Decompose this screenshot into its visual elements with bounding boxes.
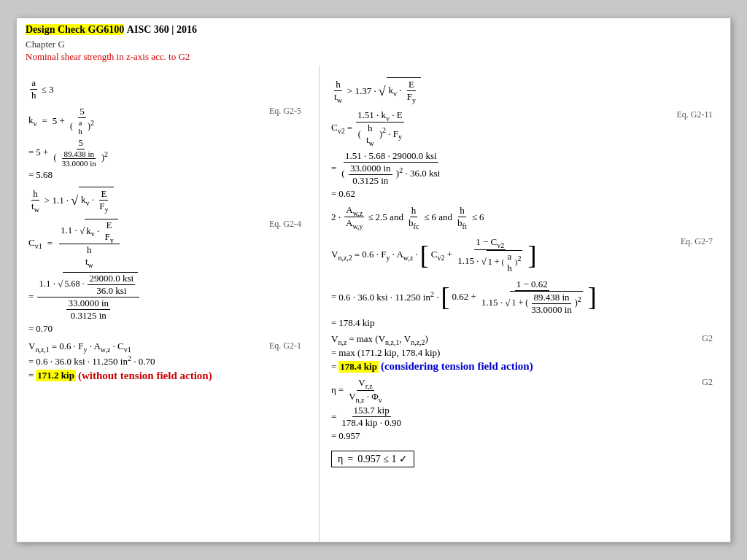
vnz-max-label: (considering tension field action) bbox=[381, 360, 533, 373]
g2-label1: G2 bbox=[702, 333, 713, 344]
vnz1-block: Eq. G2-1 Vn,z,1 = 0.6 · Fy · Aw,z · Cv1 … bbox=[28, 341, 307, 382]
cv2-block: Eq. G2-11 Cv2 = 1.51 · kv · E ( h tw )2 bbox=[331, 109, 719, 200]
g2-label2: G2 bbox=[702, 377, 713, 388]
eq-g2-5-label: Eq. G2-5 bbox=[269, 106, 301, 117]
cv2-formula: Cv2 = 1.51 · kv · E ( h tw )2 · Fy bbox=[331, 109, 719, 147]
vnz2-substituted: = 0.6 · 36.0 ksi · 11.250 in2 · [ 0.62 +… bbox=[331, 279, 719, 316]
cv1-block: Eq. G2-4 Cv1 = 1.1 · √ kv · EFy bbox=[28, 219, 307, 335]
kv-formula: kv = 5 + 5 ( a h )2 bbox=[28, 106, 307, 136]
eta-block: G2 η = Vr,z Vn,z · Φv = 153.7 kip 178.4 … bbox=[331, 377, 719, 442]
cv1-substituted: = 1.1 · √ 5.68 · 29000.0 ksi36.0 ksi 33.… bbox=[28, 272, 307, 322]
right-panel: h tw > 1.37 · √ kv · EFy Eq. G2-11 Cv2 =… bbox=[320, 66, 730, 542]
kv-equation-block: Eq. G2-5 kv = 5 + 5 ( a h )2 bbox=[28, 106, 307, 181]
kv-result: = 5.68 bbox=[28, 169, 307, 181]
vnz-max-substituted: = max (171.2 kip, 178.4 kip) bbox=[331, 347, 719, 359]
eq-g2-11-label: Eq. G2-11 bbox=[676, 109, 713, 120]
vnz1-formula: Vn,z,1 = 0.6 · Fy · Aw,z · Cv1 bbox=[28, 341, 307, 354]
left-panel: a h ≤ 3 Eq. G2-5 kv = 5 + 5 ( bbox=[17, 66, 320, 542]
ah-condition: a h ≤ 3 bbox=[28, 77, 307, 101]
htw-condition-right: h tw > 1.37 · √ kv · EFy bbox=[331, 77, 719, 105]
condition-line: 2 · Aw,z Aw,y ≤ 2.5 and h bfc ≤ 6 and h … bbox=[331, 204, 719, 230]
vnz2-formula: Vn,z,2 = 0.6 · Fy · Aw,z · [ Cv2 + 1 − C… bbox=[331, 236, 719, 274]
aisc-label: AISC 360 | 2016 bbox=[127, 24, 197, 35]
eta-substituted: = 153.7 kip 178.4 kip · 0.90 bbox=[331, 405, 719, 429]
eta-check-box: η = 0.957 ≤ 1 ✓ bbox=[331, 448, 719, 467]
eq-g2-4-label: Eq. G2-4 bbox=[269, 219, 301, 230]
chapter-label: Chapter G bbox=[26, 39, 721, 50]
eq-g2-1-label: Eq. G2-1 bbox=[269, 341, 301, 351]
vnz1-substituted: = 0.6 · 36.0 ksi · 11.250 in2 · 0.70 bbox=[28, 354, 307, 368]
content-area: a h ≤ 3 Eq. G2-5 kv = 5 + 5 ( bbox=[17, 66, 730, 542]
vnz1-no-tension: (without tension field action) bbox=[78, 370, 212, 382]
eq-g2-7-label: Eq. G2-7 bbox=[681, 236, 713, 247]
cv1-formula: Cv1 = 1.1 · √ kv · EFy h tw bbox=[28, 219, 307, 269]
eta-check-value: 0.957 ≤ 1 ✓ bbox=[357, 453, 408, 465]
cv1-result: = 0.70 bbox=[28, 323, 307, 335]
vnz1-result: = 171.2 kip (without tension field actio… bbox=[28, 370, 307, 382]
header: Design Check GG6100 AISC 360 | 2016 Chap… bbox=[17, 18, 730, 66]
cv2-result: = 0.62 bbox=[331, 188, 719, 200]
eta-result: = 0.957 bbox=[331, 430, 719, 442]
vnz1-value: 171.2 kip bbox=[36, 370, 76, 381]
vnz-max-value: 178.4 kip bbox=[338, 361, 379, 373]
eta-check-result: η = 0.957 ≤ 1 ✓ bbox=[331, 451, 414, 467]
eta-check-label: η bbox=[338, 454, 343, 465]
eta-value: 0.957 bbox=[338, 430, 360, 442]
eta-formula: η = Vr,z Vn,z · Φv bbox=[331, 377, 719, 403]
vnz-max-block: G2 Vn,z = max (Vn,z,1, Vn,z,2) = max (17… bbox=[331, 333, 719, 373]
subtitle: Nominal shear strength in z-axis acc. to… bbox=[26, 51, 721, 63]
vnz2-block: Eq. G2-7 Vn,z,2 = 0.6 · Fy · Aw,z · [ Cv… bbox=[331, 236, 719, 329]
kv-substituted: = 5 + 5 ( 89.438 in 33.0000 in )2 bbox=[28, 137, 307, 168]
vnz2-result: = 178.4 kip bbox=[331, 317, 719, 329]
h-tw-condition: h tw > 1.1 · √ kv · EFy bbox=[28, 187, 307, 214]
vnz-max-result: = 178.4 kip (considering tension field a… bbox=[331, 360, 719, 373]
design-check-title: Design Check GG6100 bbox=[26, 24, 124, 35]
vnz-max-formula: Vn,z = max (Vn,z,1, Vn,z,2) bbox=[331, 333, 719, 346]
cv2-substituted: = 1.51 · 5.68 · 29000.0 ksi ( 33.0000 in… bbox=[331, 150, 719, 187]
